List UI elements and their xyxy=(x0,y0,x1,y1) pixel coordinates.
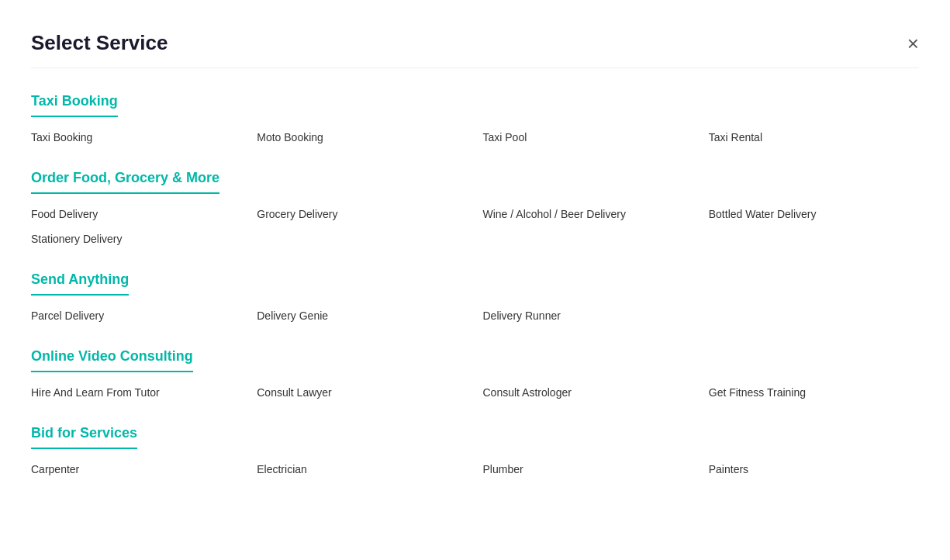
modal-close-button[interactable]: × xyxy=(907,33,919,54)
select-service-modal: Select Service × Taxi Booking Taxi Booki… xyxy=(0,0,950,54)
modal-header: Select Service × xyxy=(31,31,919,54)
modal-title: Select Service xyxy=(31,31,168,54)
